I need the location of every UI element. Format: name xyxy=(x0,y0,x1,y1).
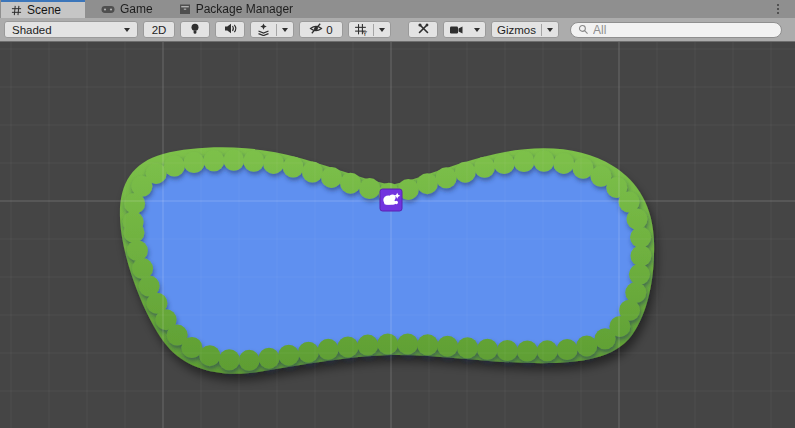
tab-package-manager[interactable]: Package Manager xyxy=(169,0,303,18)
tab-package-manager-label: Package Manager xyxy=(196,2,293,16)
hidden-objects-count: 0 xyxy=(326,24,332,36)
tab-scene[interactable]: Scene xyxy=(1,0,85,18)
sprite-gizmo-icon[interactable] xyxy=(380,189,402,211)
tab-game-label: Game xyxy=(120,2,153,16)
package-icon xyxy=(179,3,191,15)
unity-scene-view-panel: Scene Game Package Manager Shaded 2D xyxy=(0,0,795,428)
scene-viewport[interactable] xyxy=(0,42,795,428)
toggle-2d-label: 2D xyxy=(152,24,167,36)
draw-mode-label: Shaded xyxy=(12,24,52,36)
scene-effects-dropdown[interactable] xyxy=(250,21,294,38)
draw-mode-dropdown[interactable]: Shaded xyxy=(4,21,138,38)
effects-star-layers-icon xyxy=(251,22,276,37)
gizmos-dropdown[interactable]: Gizmos xyxy=(491,21,559,38)
grid-axis-icon: Y xyxy=(349,22,373,37)
scene-lighting-button[interactable] xyxy=(180,21,210,38)
eye-slash-icon xyxy=(309,23,323,36)
effects-chevron-down-icon[interactable] xyxy=(277,22,293,37)
lightbulb-icon xyxy=(190,23,200,37)
tabbar-spacer xyxy=(303,0,769,18)
gizmos-label: Gizmos xyxy=(492,22,541,37)
gizmos-chevron-down-icon[interactable] xyxy=(542,22,558,37)
grid-chevron-down-icon[interactable] xyxy=(374,22,390,37)
tab-bar: Scene Game Package Manager xyxy=(0,0,795,18)
search-icon xyxy=(578,21,589,39)
speaker-icon xyxy=(224,23,237,36)
lake-object[interactable] xyxy=(120,147,654,373)
gamepad-icon xyxy=(101,5,115,14)
component-tools-button[interactable] xyxy=(408,21,438,38)
scene-toolbar: Shaded 2D 0 xyxy=(0,18,795,42)
tab-game[interactable]: Game xyxy=(91,0,163,18)
search-input[interactable] xyxy=(593,23,774,37)
panel-menu-kebab-icon[interactable] xyxy=(769,0,787,18)
tab-scene-label: Scene xyxy=(27,3,61,17)
hidden-objects-button[interactable]: 0 xyxy=(299,21,343,38)
chevron-down-icon xyxy=(124,28,130,32)
camera-icon xyxy=(444,22,469,37)
scene-search-field[interactable] xyxy=(570,22,782,38)
tools-icon xyxy=(417,22,430,37)
camera-chevron-down-icon[interactable] xyxy=(469,22,485,37)
scene-camera-dropdown[interactable] xyxy=(443,21,486,38)
scene-grid-icon xyxy=(11,5,22,16)
scene-audio-button[interactable] xyxy=(215,21,245,38)
toggle-2d-button[interactable]: 2D xyxy=(143,21,175,38)
grid-settings-dropdown[interactable]: Y xyxy=(348,21,391,38)
scene-canvas[interactable] xyxy=(0,42,795,428)
svg-text:Y: Y xyxy=(363,30,368,36)
